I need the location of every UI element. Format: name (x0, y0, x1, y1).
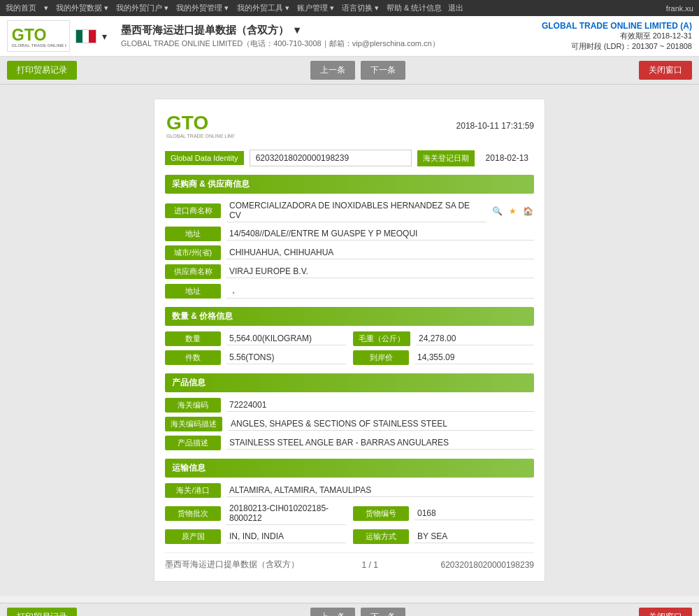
address-row-1: 地址 14/5408//DALE//ENTRE M GUASPE Y P MEO… (165, 227, 534, 241)
record-logo: GTO GLOBAL TRADE ONLINE LIMITED (165, 110, 235, 141)
transport-mode-label: 运输方式 (353, 529, 409, 544)
city-row: 城市/州(省) CHIHUAHUA, CHIHUAHUA (165, 245, 534, 260)
nav-account[interactable]: ▾ (285, 3, 291, 12)
buyer-supplier-header: 采购商 & 供应商信息 (165, 175, 534, 194)
port-label: 海关/港口 (165, 483, 221, 498)
star-icon[interactable]: ★ (506, 205, 519, 217)
page-title: 墨西哥海运进口提单数据（含双方） ▾ (121, 24, 542, 37)
nav-portal-label[interactable]: 我的外贸门户 (116, 3, 162, 12)
close-button-bottom[interactable]: 关闭窗口 (639, 608, 692, 616)
search-icon[interactable]: 🔍 (491, 205, 503, 217)
cif-col: 到岸价 14,355.09 (353, 350, 534, 365)
nav-home[interactable]: 我的首页 (6, 3, 36, 12)
header-right: GLOBAL TRADE ONLINE LIMITED (A) 有效期至 201… (542, 21, 692, 52)
address-value-1: 14/5408//DALE//ENTRE M GUASPE Y P MEOQUI (226, 227, 534, 241)
country-flag (75, 29, 96, 43)
header-center: 墨西哥海运进口提单数据（含双方） ▾ GLOBAL TRADE ONLINE L… (121, 24, 542, 49)
supplier-row: 供应商名称 VIRAJ EUROPE B.V. (165, 264, 534, 279)
batch-value: 20180213-CIH010202185-8000212 (226, 502, 346, 525)
address-label-1: 地址 (165, 227, 221, 241)
print-button-bottom[interactable]: 打印贸易记录 (7, 608, 77, 616)
cif-label: 到岸价 (353, 350, 409, 365)
nav-data-label[interactable]: 我的外贸数据 (56, 3, 102, 12)
cargo-num-col: 货物编号 0168 (353, 506, 534, 521)
nav-account-label[interactable]: 账户管理 (297, 3, 328, 12)
transport-section: 运输信息 海关/港口 ALTAMIRA, ALTAMIRA, TAMAULIPA… (165, 459, 534, 544)
gross-weight-label: 毛重（公斤） (353, 331, 410, 346)
ldr-range: 可用时段 (LDR)：201307 ~ 201808 (542, 41, 692, 52)
importer-label: 进口商名称 (165, 203, 221, 218)
pieces-row: 件数 5.56(TONS) 到岸价 14,355.09 (165, 350, 534, 365)
nav-lang[interactable]: ▾ (330, 3, 336, 12)
icon-group: 🔍 ★ 🏠 (491, 205, 534, 217)
hs-desc-row: 海关编码描述 ANGLES, SHAPES & SECTIONS OF STAI… (165, 417, 534, 431)
nav-help-label[interactable]: 帮助 & 统计信息 (387, 3, 442, 12)
bottom-nav-buttons: 上一条 下一条 (308, 608, 408, 616)
nav-mgmt-label[interactable]: 我的外贸管理 (176, 3, 222, 12)
hs-code-label: 海关编码 (165, 398, 221, 413)
gross-weight-col: 毛重（公斤） 24,278.00 (353, 331, 534, 346)
next-button-bottom[interactable]: 下一条 (361, 608, 405, 616)
pieces-label: 件数 (165, 350, 221, 365)
main-content: GTO GLOBAL TRADE ONLINE LIMITED 2018-10-… (154, 99, 545, 582)
nav-lang-label[interactable]: 语言切换 (342, 3, 373, 12)
header-subtitle: GLOBAL TRADE ONLINE LIMITED（电话：400-710-3… (121, 38, 542, 49)
pieces-col: 件数 5.56(TONS) (165, 350, 346, 365)
title-text: 墨西哥海运进口提单数据（含双方） (121, 24, 289, 36)
close-button[interactable]: 关闭窗口 (639, 61, 692, 80)
top-toolbar: 打印贸易记录 上一条 下一条 关闭窗口 (0, 57, 699, 85)
nav-portal[interactable]: ▾ (104, 3, 110, 12)
pieces-value: 5.56(TONS) (226, 351, 346, 364)
nav-links: 我的首页 ▾ 我的外贸数据 ▾ 我的外贸门户 ▾ 我的外贸管理 ▾ 我的外贸工具… (6, 3, 469, 13)
nav-data[interactable]: ▾ (44, 3, 50, 12)
nav-logout[interactable]: 退出 (448, 3, 463, 12)
quantity-label: 数量 (165, 331, 221, 346)
address-row-2: 地址 ， (165, 283, 534, 299)
prev-button[interactable]: 上一条 (310, 61, 355, 80)
nav-user: frank.xu (666, 4, 693, 13)
nav-tools[interactable]: ▾ (224, 3, 231, 12)
validity-date: 有效期至 2018-12-31 (542, 31, 692, 41)
transport-mode-value: BY SEA (415, 530, 534, 543)
nav-help[interactable]: ▾ (375, 3, 381, 12)
prev-button-bottom[interactable]: 上一条 (310, 608, 355, 616)
next-button[interactable]: 下一条 (361, 61, 405, 80)
title-dropdown[interactable]: ▾ (294, 24, 300, 36)
transport-header: 运输信息 (165, 459, 534, 478)
home-icon[interactable]: 🏠 (521, 205, 534, 217)
svg-text:GTO: GTO (166, 112, 208, 134)
hs-desc-value: ANGLES, SHAPES & SECTIONS OF STAINLESS S… (228, 417, 534, 431)
print-button[interactable]: 打印贸易记录 (7, 61, 77, 80)
supplier-value: VIRAJ EUROPE B.V. (226, 265, 534, 278)
customs-reg-label: 海关登记日期 (417, 150, 475, 166)
address-value-2: ， (226, 283, 534, 299)
shipment-row: 货物批次 20180213-CIH010202185-8000212 货物编号 … (165, 502, 534, 525)
transport-mode-col: 运输方式 BY SEA (353, 529, 534, 544)
customs-reg-value: 2018-02-13 (480, 150, 534, 166)
origin-col: 原产国 IN, IND, INDIA (165, 529, 346, 544)
cargo-num-label: 货物编号 (353, 506, 409, 521)
bottom-toolbar: 打印贸易记录 上一条 下一条 关闭窗口 (0, 603, 699, 616)
importer-value: COMERCIALIZADORA DE INOXIDABLES HERNANDE… (226, 199, 487, 222)
nav-tools-label[interactable]: 我的外贸工具 (237, 3, 283, 12)
quantity-price-header: 数量 & 价格信息 (165, 307, 534, 326)
cif-value: 14,355.09 (415, 351, 534, 364)
address-label-2: 地址 (165, 284, 221, 299)
cargo-num-value: 0168 (415, 507, 534, 520)
pagination-record-id: 62032018020000198239 (441, 560, 534, 570)
gross-weight-value: 24,278.00 (416, 332, 534, 345)
origin-value: IN, IND, INDIA (226, 530, 346, 543)
supplier-label: 供应商名称 (165, 264, 221, 279)
header-bar: GTO GLOBAL TRADE ONLINE LIMITED ▾ 墨西哥海运进… (0, 16, 699, 57)
quantity-col: 数量 5,564.00(KILOGRAM) (165, 331, 346, 346)
flag-dropdown[interactable]: ▾ (102, 31, 107, 42)
buyer-supplier-section: 采购商 & 供应商信息 进口商名称 COMERCIALIZADORA DE IN… (165, 175, 534, 299)
quantity-price-section: 数量 & 价格信息 数量 5,564.00(KILOGRAM) 毛重（公斤） 2… (165, 307, 534, 365)
pagination-source: 墨西哥海运进口提单数据（含双方） (165, 559, 299, 571)
product-desc-row: 产品描述 STAINLESS STEEL ANGLE BAR - BARRAS … (165, 436, 534, 450)
record-datetime: 2018-10-11 17:31:59 (456, 121, 534, 131)
nav-mgmt[interactable]: ▾ (164, 3, 171, 12)
quantity-value: 5,564.00(KILOGRAM) (226, 332, 346, 345)
batch-col: 货物批次 20180213-CIH010202185-8000212 (165, 502, 346, 525)
city-label: 城市/州(省) (165, 245, 221, 260)
